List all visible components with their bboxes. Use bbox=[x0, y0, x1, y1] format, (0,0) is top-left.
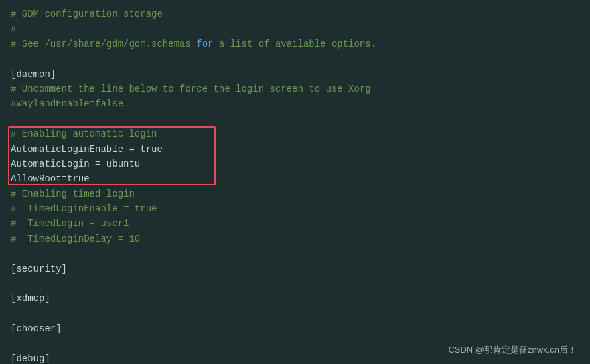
code-editor: # GDM configuration storage # # See /usr… bbox=[0, 0, 590, 364]
line-9: # Enabling automatic login bbox=[11, 126, 579, 141]
line-6: # Uncomment the line below to force the … bbox=[11, 82, 579, 96]
line-15: # TimedLogin = user1 bbox=[11, 216, 579, 231]
line-2: # bbox=[11, 21, 579, 36]
line-17 bbox=[11, 246, 579, 261]
line-22: [chooser] bbox=[11, 321, 579, 336]
line-18: [security] bbox=[11, 262, 579, 276]
watermark: CSDN @那肯定是征znwx.cn后！ bbox=[448, 344, 577, 356]
line-1: # GDM configuration storage bbox=[11, 7, 579, 21]
line-19 bbox=[11, 276, 579, 291]
line-20: [xdmcp] bbox=[11, 291, 579, 306]
line-4 bbox=[11, 52, 579, 66]
line-21 bbox=[11, 306, 579, 321]
line-7: #WaylandEnable=false bbox=[11, 96, 579, 111]
line-12: AllowRoot=true bbox=[11, 171, 579, 186]
line-3: # See /usr/share/gdm/gdm.schemas for a l… bbox=[11, 37, 579, 52]
line-14: # TimedLoginEnable = true bbox=[11, 201, 579, 216]
line-13: # Enabling timed login bbox=[11, 187, 579, 201]
line-10: AutomaticLoginEnable = true bbox=[11, 142, 579, 157]
line-5: [daemon] bbox=[11, 67, 579, 82]
line-8 bbox=[11, 112, 579, 126]
line-11: AutomaticLogin = ubuntu bbox=[11, 157, 579, 171]
line-16: # TimedLoginDelay = 10 bbox=[11, 232, 579, 246]
